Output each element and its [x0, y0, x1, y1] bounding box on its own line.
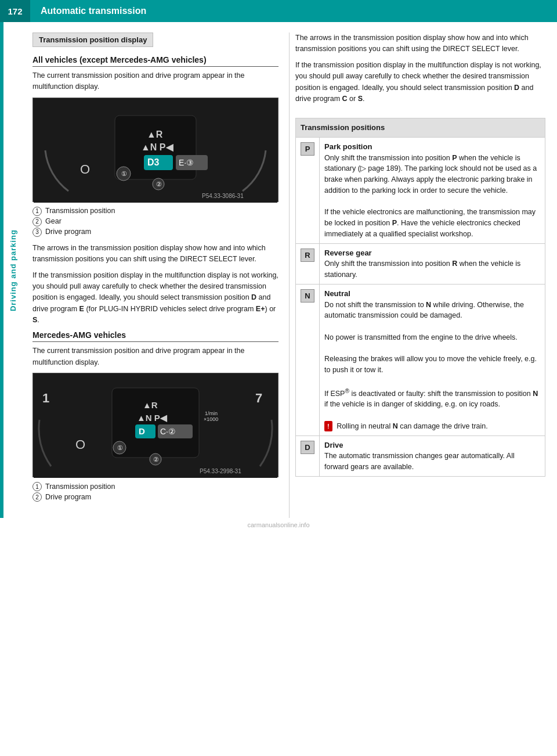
subsection1-body3: If the transmission position display in …	[32, 270, 278, 326]
legend-1: 1 Transmission position 2 Gear 3 Drive p…	[32, 207, 278, 237]
legend-text-3: Drive program	[45, 228, 91, 236]
legend2-num-1: 1	[32, 482, 42, 491]
right-body2: If the transmission position display in …	[295, 60, 545, 105]
pos-P-text: Only shift the transmission into posi­ti…	[324, 154, 537, 195]
legend2-text-1: Transmission position	[45, 483, 115, 491]
svg-text:D3: D3	[147, 157, 160, 167]
instrument-display-1: ▲R ▲N P◀ D3 E·③ O ① ②	[32, 98, 278, 202]
legend2-item-2: 2 Drive program	[32, 492, 278, 502]
instrument-svg-2: 1 7 ▲R ▲N P◀ 1/min ×1000 D C·②	[33, 373, 278, 478]
table-row-P: P Park position Only shift the transmiss…	[296, 137, 545, 243]
table-row-N: N Neutral Do not shift the transmission …	[296, 284, 545, 435]
subsection1-body1: The current transmission position and dr…	[32, 70, 278, 93]
svg-text:▲N P◀: ▲N P◀	[137, 413, 168, 423]
legend-text-2: Gear	[45, 217, 62, 225]
legend-text-1: Transmission position	[45, 207, 115, 215]
svg-text:①: ①	[121, 170, 127, 177]
subsection2-body1: The current transmission position and dr…	[32, 345, 278, 368]
pos-D-text: The automatic transmission changes gear …	[324, 452, 515, 471]
table-row-D: D Drive The automatic transmission chang…	[296, 435, 545, 476]
legend-num-1: 1	[32, 207, 42, 216]
right-column: The arrows in the transmission position …	[289, 33, 556, 518]
legend-num-3: 3	[32, 228, 42, 237]
sidebar-label-text: Driving and parking	[9, 229, 17, 311]
badge-D: D	[301, 441, 314, 455]
legend2-item-1: 1 Transmission position	[32, 482, 278, 491]
pos-N-text3: Releasing the brakes will allow you to m…	[324, 355, 537, 374]
svg-text:②: ②	[153, 456, 159, 463]
trans-table-header: Transmission positions	[296, 118, 545, 138]
legend-2: 1 Transmission position 2 Drive program	[32, 482, 278, 502]
svg-text:O: O	[75, 437, 85, 452]
instrument-svg-1: ▲R ▲N P◀ D3 E·③ O ① ②	[33, 98, 278, 203]
svg-text:7: 7	[255, 391, 262, 405]
legend-item-3: 3 Drive program	[32, 228, 278, 237]
watermark: carmanualsonline.info	[0, 518, 557, 531]
table-row-R: R Reverse gear Only shift the transmissi…	[296, 243, 545, 284]
sidebar-label: Driving and parking	[3, 22, 22, 518]
svg-text:E·③: E·③	[179, 158, 194, 167]
subsection1-heading: All vehicles (except Mercedes-AMG vehicl…	[32, 55, 278, 67]
pos-N-text2: No power is transmitted from the engine …	[324, 333, 518, 341]
main-layout: Driving and parking Transmission positio…	[0, 22, 557, 518]
badge-N: N	[301, 289, 314, 303]
svg-text:D: D	[139, 426, 145, 436]
pos-N-text1: Do not shift the transmission to N while…	[324, 301, 524, 320]
pos-P-title: Park position	[324, 142, 372, 151]
header-title: Automatic transmission	[30, 6, 146, 16]
legend2-num-2: 2	[32, 492, 42, 502]
content-area: Transmission position display All vehicl…	[22, 22, 557, 518]
pos-D-title: Drive	[324, 441, 343, 449]
legend-item-1: 1 Transmission position	[32, 207, 278, 216]
svg-text:P54.33-2998-31: P54.33-2998-31	[200, 468, 241, 474]
svg-text:P54.33-3086-31: P54.33-3086-31	[202, 193, 244, 199]
section-box-transmission: Transmission position display	[32, 33, 153, 47]
pos-R-content: Reverse gear Only shift the transmission…	[320, 243, 545, 284]
left-column: Transmission position display All vehicl…	[22, 33, 289, 518]
pos-N-warning: ! Rolling in neutral N can damage the dr…	[324, 422, 488, 430]
badge-P: P	[301, 142, 314, 156]
svg-text:×1000: ×1000	[204, 416, 218, 422]
legend-num-2: 2	[32, 217, 42, 226]
svg-text:▲R: ▲R	[147, 129, 163, 139]
warning-icon: !	[324, 421, 332, 432]
pos-N-content: Neutral Do not shift the transmission to…	[320, 284, 545, 435]
legend-item-2: 2 Gear	[32, 217, 278, 226]
right-body1: The arrows in the transmission position …	[295, 33, 545, 55]
page-number: 172	[0, 0, 30, 22]
pos-R-title: Reverse gear	[324, 249, 372, 257]
pos-N-text4: If ESP® is deactivated or faulty: shift …	[324, 390, 538, 409]
svg-text:▲R: ▲R	[143, 400, 158, 410]
pos-D-content: Drive The automatic transmission changes…	[320, 435, 545, 476]
subsection1-body2: The arrows in the transmission position …	[32, 243, 278, 265]
trans-positions-table: Transmission positions P Park position O…	[295, 118, 545, 477]
svg-text:C·②: C·②	[160, 427, 176, 436]
svg-text:①: ①	[117, 444, 123, 451]
svg-text:1: 1	[42, 391, 49, 405]
header-bar: 172 Automatic transmission	[0, 0, 557, 22]
instrument-display-2: 1 7 ▲R ▲N P◀ 1/min ×1000 D C·②	[32, 373, 278, 477]
badge-R: R	[301, 249, 314, 262]
svg-text:1/min: 1/min	[205, 411, 218, 416]
pos-N-title: Neutral	[324, 289, 350, 298]
legend2-text-2: Drive program	[45, 493, 91, 501]
pos-P-text2: If the vehicle electronics are malfunc­t…	[324, 208, 536, 238]
subsection2-heading: Mercedes-AMG vehicles	[32, 330, 278, 342]
pos-R-text: Only shift the transmission into posi­ti…	[324, 260, 520, 279]
svg-text:②: ②	[156, 181, 162, 188]
pos-P-content: Park position Only shift the transmissio…	[320, 137, 545, 243]
svg-text:▲N P◀: ▲N P◀	[141, 142, 173, 152]
svg-text:O: O	[80, 162, 90, 177]
